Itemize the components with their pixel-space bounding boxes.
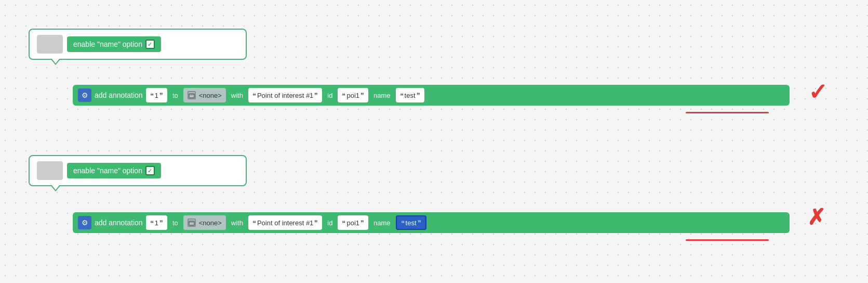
top-tooltip-box: enable "name" option ✓: [29, 29, 247, 60]
top-check-icon: ✓: [145, 40, 155, 49]
top-id-chip[interactable]: ❝ poi1 ❞: [338, 88, 368, 102]
bottom-connector-with: with: [229, 219, 245, 227]
top-val1-chip[interactable]: ❝ 1 ❞: [146, 88, 167, 102]
bottom-val1-chip[interactable]: ❝ 1 ❞: [146, 215, 167, 230]
bottom-id-chip[interactable]: ❝ poi1 ❞: [338, 215, 368, 230]
bottom-connector-id: id: [325, 219, 335, 227]
bottom-connector-to: to: [170, 219, 180, 227]
bottom-enable-name-label: enable "name" option: [73, 166, 142, 175]
top-connector-name: name: [371, 92, 393, 99]
top-none-label: <none>: [199, 92, 222, 99]
top-poi-chip[interactable]: ❝ Point of interest #1 ❞: [248, 88, 322, 102]
top-none-chip[interactable]: <none>: [183, 88, 226, 102]
top-cube-icon: [188, 91, 196, 99]
bottom-add-annotation-label: add annotation: [95, 218, 143, 227]
top-result-check: ✓: [808, 81, 827, 104]
top-gear-icon[interactable]: ⚙: [78, 88, 91, 102]
top-name-chip[interactable]: ❝ test ❞: [396, 88, 424, 102]
bottom-none-chip[interactable]: <none>: [183, 215, 226, 230]
top-add-annotation-label: add annotation: [95, 91, 143, 99]
top-connector-to: to: [170, 92, 180, 99]
svg-rect-1: [189, 221, 194, 225]
bottom-result-x: ✗: [807, 207, 825, 228]
bottom-red-underline: [686, 239, 769, 241]
top-tooltip-gray-block: [37, 35, 63, 54]
bottom-tooltip-gray-block: [37, 161, 63, 180]
top-red-underline: [686, 112, 769, 113]
bottom-tooltip-box: enable "name" option ✓: [29, 155, 247, 186]
bottom-annotation-block: ⚙ add annotation ❝ 1 ❞ to <none> with ❝ …: [73, 212, 790, 233]
bottom-poi-chip[interactable]: ❝ Point of interest #1 ❞: [248, 215, 322, 230]
svg-rect-0: [189, 94, 194, 98]
top-enable-name-label: enable "name" option: [73, 40, 142, 48]
bottom-enable-name-option-button[interactable]: enable "name" option ✓: [67, 163, 161, 178]
top-enable-name-option-button[interactable]: enable "name" option ✓: [67, 36, 161, 52]
top-connector-id: id: [325, 92, 335, 99]
bottom-connector-name: name: [371, 219, 393, 227]
bottom-name-chip-active[interactable]: ❝ test ❞: [396, 215, 426, 230]
bottom-gear-icon[interactable]: ⚙: [78, 216, 91, 229]
bottom-none-label: <none>: [199, 219, 222, 227]
top-annotation-block: ⚙ add annotation ❝ 1 ❞ to <none> with ❝ …: [73, 85, 790, 106]
bottom-check-icon: ✓: [145, 166, 155, 175]
bottom-cube-icon: [188, 218, 196, 227]
top-connector-with: with: [229, 92, 245, 99]
